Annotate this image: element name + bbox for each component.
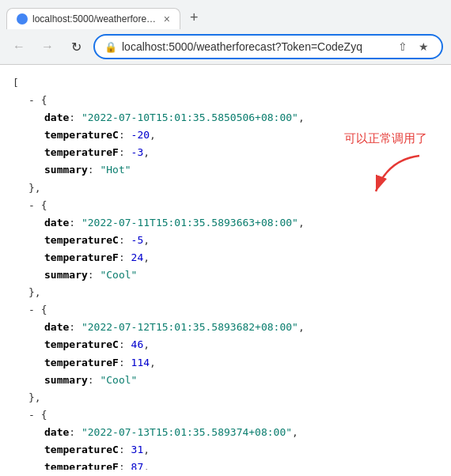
json-item-1-tempf: temperatureF: 24, bbox=[13, 249, 438, 266]
json-item-2-open: - { bbox=[13, 301, 438, 319]
tab-close-button[interactable]: × bbox=[164, 13, 170, 25]
json-item-1-close: }, bbox=[13, 284, 438, 301]
json-item-2-date: date: "2022-07-12T15:01:35.5893682+08:00… bbox=[13, 319, 438, 336]
tab-title: localhost:5000/weatherforeca... bbox=[32, 13, 159, 25]
address-bar-row: ← → ↻ 🔒 ⇧ ★ bbox=[0, 29, 451, 64]
address-bar[interactable]: 🔒 ⇧ ★ bbox=[93, 34, 443, 59]
new-tab-button[interactable]: + bbox=[184, 6, 205, 29]
json-item-3-date: date: "2022-07-13T15:01:35.589374+08:00"… bbox=[13, 424, 438, 441]
annotation-arrow-svg bbox=[364, 152, 427, 199]
json-open-array: [ bbox=[13, 74, 438, 92]
share-button[interactable]: ⇧ bbox=[395, 39, 411, 55]
json-item-2-summary: summary: "Cool" bbox=[13, 372, 438, 389]
json-item-1-open: - { bbox=[13, 197, 438, 214]
tab-bar: localhost:5000/weatherforeca... × + bbox=[0, 0, 451, 29]
json-item-2-tempf: temperatureF: 114, bbox=[13, 354, 438, 372]
json-item-3-tempf: temperatureF: 87, bbox=[13, 459, 438, 470]
json-item-3-open: - { bbox=[13, 406, 438, 424]
json-item-1-date: date: "2022-07-11T15:01:35.5893663+08:00… bbox=[13, 214, 438, 232]
back-button[interactable]: ← bbox=[8, 36, 30, 58]
json-item-1-summary: summary: "Cool" bbox=[13, 266, 438, 284]
json-item-2-tempc: temperatureC: 46, bbox=[13, 336, 438, 353]
lock-icon: 🔒 bbox=[104, 41, 117, 53]
annotation-text: 可以正常调用了 bbox=[344, 128, 427, 149]
json-item-0-open: - { bbox=[13, 92, 438, 109]
forward-button[interactable]: → bbox=[36, 36, 59, 58]
bookmark-button[interactable]: ★ bbox=[415, 39, 432, 55]
browser-chrome: localhost:5000/weatherforeca... × + ← → … bbox=[0, 0, 451, 65]
json-item-0-date: date: "2022-07-10T15:01:35.5850506+08:00… bbox=[13, 109, 438, 127]
browser-tab[interactable]: localhost:5000/weatherforeca... × bbox=[6, 8, 180, 29]
tab-favicon-icon bbox=[17, 13, 28, 25]
refresh-button[interactable]: ↻ bbox=[65, 36, 87, 58]
browser-content: 可以正常调用了 [ - { date: "2022-07-10T15:01:35… bbox=[0, 65, 451, 470]
json-item-3-tempc: temperatureC: 31, bbox=[13, 441, 438, 459]
json-item-2-close: }, bbox=[13, 389, 438, 406]
url-input[interactable] bbox=[122, 40, 390, 53]
annotation: 可以正常调用了 bbox=[344, 128, 427, 199]
json-item-1-tempc: temperatureC: -5, bbox=[13, 232, 438, 249]
